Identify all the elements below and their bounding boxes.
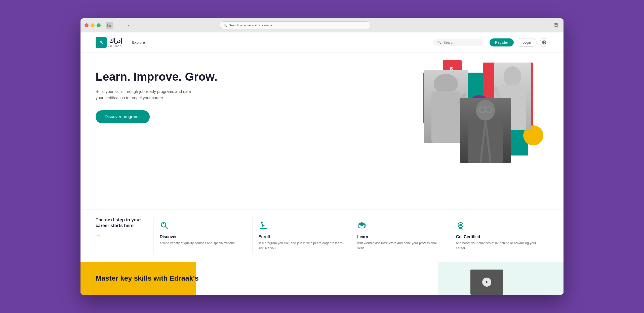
- logo-arabic: إدراك: [109, 38, 122, 44]
- hero-title: Learn. Improve. Grow.: [96, 70, 221, 83]
- tabs-overview-button[interactable]: [552, 22, 559, 29]
- discover-programs-button[interactable]: Discover programs: [96, 110, 150, 123]
- explore-link[interactable]: Explore: [132, 40, 145, 44]
- svg-point-13: [504, 66, 521, 86]
- traffic-light-close[interactable]: [85, 23, 89, 27]
- register-button[interactable]: Register: [490, 38, 514, 46]
- login-button[interactable]: Login: [517, 38, 537, 47]
- svg-rect-5: [555, 24, 557, 26]
- page-content: ↖ إدراك EDRAAK Explore 🔍 Register Login: [80, 32, 564, 295]
- steps-section: The next step in your career starts here…: [80, 209, 564, 262]
- svg-rect-3: [109, 26, 111, 27]
- sidebar-toggle-icon[interactable]: [106, 22, 113, 29]
- svg-rect-4: [554, 24, 558, 27]
- new-tab-button[interactable]: +: [543, 22, 550, 29]
- discover-icon: [160, 221, 246, 232]
- logo[interactable]: ↖ إدراك EDRAAK: [96, 37, 122, 48]
- step-learn: Learn with world-class instructors and h…: [351, 217, 450, 254]
- svg-point-31: [459, 224, 462, 226]
- address-bar[interactable]: 🔍 Search or enter website name: [220, 21, 371, 29]
- steps-cards: Discover a wide variety of quality cours…: [153, 217, 548, 254]
- enroll-icon: [259, 221, 345, 232]
- nav-search[interactable]: 🔍: [433, 39, 484, 46]
- svg-rect-0: [107, 24, 108, 27]
- traffic-lights: [85, 23, 101, 27]
- browser-window: ‹ › 🔍 Search or enter website name + ↖: [80, 18, 564, 295]
- browser-nav-buttons: ‹ ›: [117, 22, 132, 29]
- hero-visual: ↖: [410, 58, 548, 163]
- traffic-light-fullscreen[interactable]: [97, 23, 101, 27]
- step-discover-title: Discover: [160, 235, 246, 239]
- svg-point-10: [434, 74, 458, 94]
- step-enroll-desc: in a program you like, and join in with …: [259, 241, 345, 250]
- step-discover: Discover a wide variety of quality cours…: [153, 217, 252, 254]
- bottom-section: Master key skills with Edraak's: [80, 262, 564, 295]
- browser-titlebar: ‹ › 🔍 Search or enter website name +: [80, 18, 564, 32]
- steps-tagline: The next step in your career starts here…: [96, 217, 146, 239]
- nav-actions: Register Login: [490, 38, 548, 47]
- svg-point-26: [163, 223, 164, 224]
- step-certified: Get Certified and boost your chances at …: [450, 217, 549, 254]
- svg-line-25: [165, 227, 168, 229]
- svg-rect-1: [109, 24, 111, 24]
- step-certified-title: Get Certified: [456, 235, 543, 239]
- certified-icon: [456, 221, 543, 232]
- svg-point-27: [261, 222, 263, 224]
- svg-rect-28: [260, 228, 267, 229]
- hero-section: Learn. Improve. Grow. Build your skills …: [80, 53, 564, 262]
- play-button[interactable]: [482, 278, 491, 287]
- traffic-light-minimize[interactable]: [91, 23, 95, 27]
- address-bar-text: Search or enter website name: [229, 23, 272, 27]
- step-enroll: Enroll in a program you like, and join i…: [252, 217, 351, 254]
- step-learn-desc: with world-class instructors and hone yo…: [357, 241, 444, 250]
- bottom-title-area: Master key skills with Edraak's: [80, 274, 214, 282]
- step-enroll-title: Enroll: [259, 235, 345, 239]
- globe-button[interactable]: [540, 38, 548, 47]
- browser-actions: +: [543, 22, 559, 29]
- search-icon: 🔍: [437, 40, 441, 44]
- back-button[interactable]: ‹: [117, 22, 124, 29]
- search-input[interactable]: [444, 40, 479, 44]
- address-search-icon: 🔍: [223, 24, 227, 27]
- svg-rect-11: [431, 91, 460, 143]
- steps-arrow[interactable]: →: [96, 232, 102, 239]
- figure-center: [460, 98, 511, 163]
- step-learn-title: Learn: [357, 235, 444, 239]
- step-discover-desc: a wide variety of quality courses and sp…: [160, 241, 246, 246]
- svg-point-16: [494, 86, 499, 91]
- svg-rect-2: [109, 25, 111, 26]
- learn-icon: [357, 221, 444, 232]
- forward-button[interactable]: ›: [125, 22, 132, 29]
- logo-icon: ↖: [96, 37, 107, 48]
- step-certified-desc: and boost your chances at launching or a…: [456, 241, 543, 250]
- hero-subtitle: Build your skills through job-ready prog…: [96, 88, 191, 101]
- navbar: ↖ إدراك EDRAAK Explore 🔍 Register Login: [80, 32, 564, 53]
- video-thumbnail[interactable]: [470, 270, 503, 295]
- logo-text: إدراك EDRAAK: [108, 38, 122, 47]
- bottom-title: Master key skills with Edraak's: [96, 274, 199, 282]
- svg-marker-32: [486, 281, 488, 283]
- steps-tagline-text: The next step in your career starts here: [96, 217, 146, 229]
- logo-english: EDRAAK: [108, 44, 122, 47]
